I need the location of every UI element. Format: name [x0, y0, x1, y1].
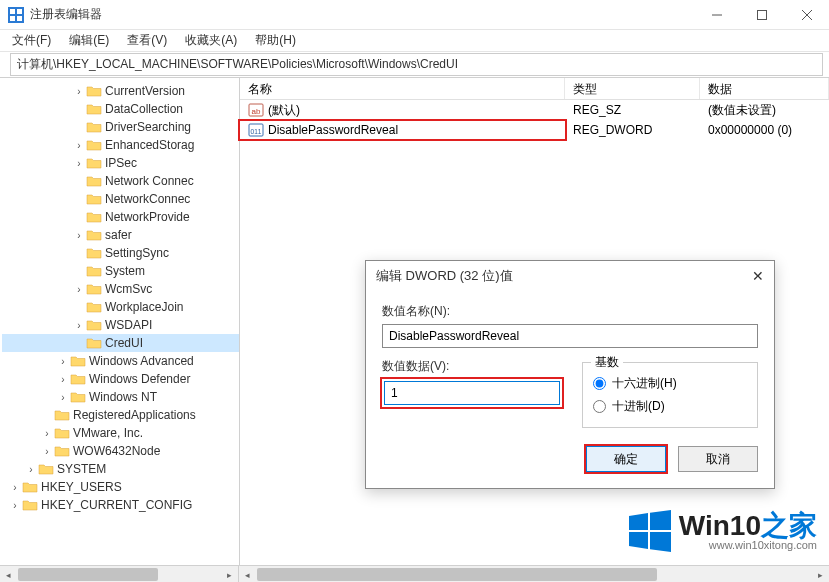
app-icon — [8, 7, 24, 23]
tree-node[interactable]: CredUI — [2, 334, 239, 352]
expand-toggle-icon[interactable]: › — [8, 500, 22, 511]
scroll-thumb[interactable] — [257, 568, 657, 581]
expand-toggle-icon[interactable]: › — [40, 428, 54, 439]
menu-view[interactable]: 查看(V) — [121, 30, 173, 51]
window-title: 注册表编辑器 — [30, 6, 102, 23]
folder-icon — [86, 336, 102, 350]
menu-file[interactable]: 文件(F) — [6, 30, 57, 51]
tree-node-label: DataCollection — [105, 102, 183, 116]
tree-node[interactable]: System — [2, 262, 239, 280]
folder-icon — [86, 138, 102, 152]
folder-icon — [86, 282, 102, 296]
svg-rect-6 — [757, 10, 766, 19]
header-name[interactable]: 名称 — [240, 78, 565, 99]
tree-node[interactable]: ›CurrentVersion — [2, 82, 239, 100]
folder-icon — [38, 462, 54, 476]
tree-node-label: IPSec — [105, 156, 137, 170]
tree-node-label: SYSTEM — [57, 462, 106, 476]
list-row[interactable]: 011DisablePasswordRevealREG_DWORD0x00000… — [240, 120, 829, 140]
close-button[interactable] — [784, 0, 829, 30]
list-header: 名称 类型 数据 — [240, 78, 829, 100]
expand-toggle-icon[interactable]: › — [72, 158, 86, 169]
folder-icon — [86, 264, 102, 278]
list-row[interactable]: ab(默认)REG_SZ(数值未设置) — [240, 100, 829, 120]
tree-node[interactable]: ›HKEY_CURRENT_CONFIG — [2, 496, 239, 514]
tree-node[interactable]: ›Windows Advanced — [2, 352, 239, 370]
tree-node[interactable]: ›HKEY_USERS — [2, 478, 239, 496]
tree-node[interactable]: ›WcmSvc — [2, 280, 239, 298]
svg-rect-4 — [17, 16, 22, 21]
dialog-close-icon[interactable]: ✕ — [752, 268, 764, 284]
svg-text:ab: ab — [252, 107, 261, 116]
folder-icon — [54, 408, 70, 422]
menu-favorites[interactable]: 收藏夹(A) — [179, 30, 243, 51]
address-path[interactable]: 计算机\HKEY_LOCAL_MACHINE\SOFTWARE\Policies… — [10, 53, 823, 76]
expand-toggle-icon[interactable]: › — [72, 320, 86, 331]
folder-icon — [70, 390, 86, 404]
base-groupbox: 基数 十六进制(H) 十进制(D) — [582, 362, 758, 428]
svg-text:011: 011 — [251, 128, 262, 135]
tree-node-label: SettingSync — [105, 246, 169, 260]
scroll-left-arrow-icon[interactable]: ◂ — [0, 566, 17, 582]
folder-icon — [86, 246, 102, 260]
expand-toggle-icon[interactable]: › — [56, 356, 70, 367]
ok-button[interactable]: 确定 — [586, 446, 666, 472]
tree-node[interactable]: ›VMware, Inc. — [2, 424, 239, 442]
tree-node-label: Windows NT — [89, 390, 157, 404]
scroll-thumb[interactable] — [18, 568, 158, 581]
tree-node[interactable]: DataCollection — [2, 100, 239, 118]
tree-node[interactable]: ›Windows Defender — [2, 370, 239, 388]
folder-icon — [86, 174, 102, 188]
menu-help[interactable]: 帮助(H) — [249, 30, 302, 51]
folder-icon — [86, 318, 102, 332]
radio-hex[interactable]: 十六进制(H) — [593, 375, 747, 392]
expand-toggle-icon[interactable]: › — [24, 464, 38, 475]
minimize-button[interactable] — [694, 0, 739, 30]
scroll-right-arrow-icon[interactable]: ▸ — [221, 566, 238, 582]
tree-node[interactable]: ›WSDAPI — [2, 316, 239, 334]
tree-node-label: VMware, Inc. — [73, 426, 143, 440]
expand-toggle-icon[interactable]: › — [40, 446, 54, 457]
folder-icon — [86, 156, 102, 170]
edit-dword-dialog: 编辑 DWORD (32 位)值 ✕ 数值名称(N): 数值数据(V): 基数 … — [365, 260, 775, 489]
tree-node[interactable]: ›Windows NT — [2, 388, 239, 406]
expand-toggle-icon[interactable]: › — [56, 392, 70, 403]
tree-node[interactable]: ›EnhancedStorag — [2, 136, 239, 154]
header-data[interactable]: 数据 — [700, 78, 829, 99]
header-type[interactable]: 类型 — [565, 78, 700, 99]
titlebar: 注册表编辑器 — [0, 0, 829, 30]
tree-node[interactable]: NetworkProvide — [2, 208, 239, 226]
tree-node-label: WorkplaceJoin — [105, 300, 183, 314]
value-name-field[interactable] — [382, 324, 758, 348]
expand-toggle-icon[interactable]: › — [72, 140, 86, 151]
scroll-left-arrow-icon[interactable]: ◂ — [239, 566, 256, 582]
tree-node[interactable]: SettingSync — [2, 244, 239, 262]
maximize-button[interactable] — [739, 0, 784, 30]
tree-node[interactable]: NetworkConnec — [2, 190, 239, 208]
expand-toggle-icon[interactable]: › — [56, 374, 70, 385]
tree-node[interactable]: WorkplaceJoin — [2, 298, 239, 316]
base-legend: 基数 — [591, 354, 623, 371]
expand-toggle-icon[interactable]: › — [8, 482, 22, 493]
string-value-icon: ab — [248, 102, 264, 118]
horizontal-scrollbars: ◂ ▸ ◂ ▸ — [0, 565, 829, 582]
tree-node[interactable]: ›safer — [2, 226, 239, 244]
menu-edit[interactable]: 编辑(E) — [63, 30, 115, 51]
tree-node[interactable]: ›IPSec — [2, 154, 239, 172]
radio-dec[interactable]: 十进制(D) — [593, 398, 747, 415]
tree-node[interactable]: ›WOW6432Node — [2, 442, 239, 460]
tree-node-label: DriverSearching — [105, 120, 191, 134]
tree-node-label: Network Connec — [105, 174, 194, 188]
scroll-right-arrow-icon[interactable]: ▸ — [812, 566, 829, 582]
expand-toggle-icon[interactable]: › — [72, 86, 86, 97]
tree-node[interactable]: ›SYSTEM — [2, 460, 239, 478]
value-data-field[interactable] — [384, 381, 560, 405]
tree-node[interactable]: RegisteredApplications — [2, 406, 239, 424]
cancel-button[interactable]: 取消 — [678, 446, 758, 472]
tree-node[interactable]: Network Connec — [2, 172, 239, 190]
folder-icon — [70, 354, 86, 368]
expand-toggle-icon[interactable]: › — [72, 230, 86, 241]
addressbar: 计算机\HKEY_LOCAL_MACHINE\SOFTWARE\Policies… — [0, 52, 829, 78]
expand-toggle-icon[interactable]: › — [72, 284, 86, 295]
tree-node[interactable]: DriverSearching — [2, 118, 239, 136]
